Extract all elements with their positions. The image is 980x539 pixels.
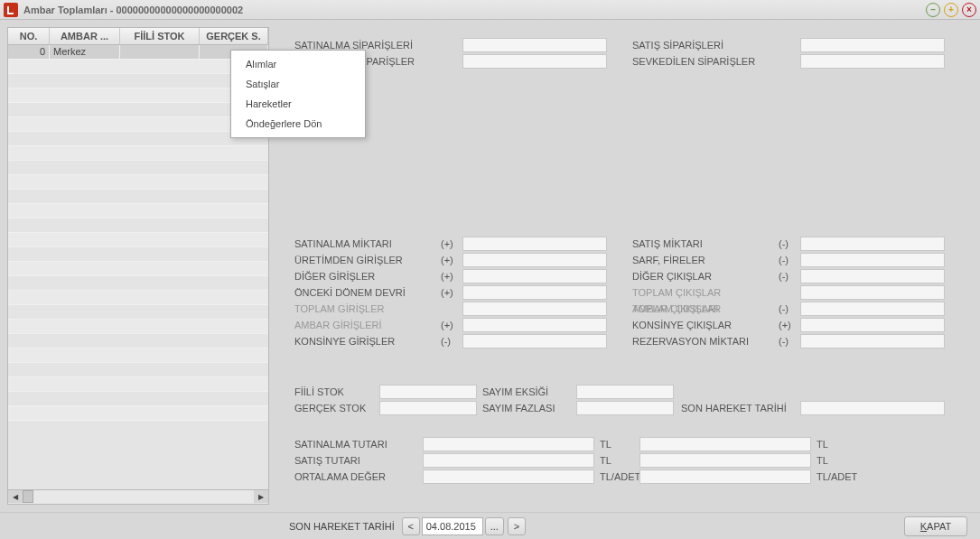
input-ambar-giris[interactable]	[462, 318, 607, 332]
table-row[interactable]	[8, 146, 268, 161]
date-input[interactable]	[422, 517, 483, 535]
input-ortalama-1[interactable]	[423, 469, 594, 484]
table-row[interactable]	[8, 406, 268, 421]
label-satinalma-tutar: SATINALMA TUTARI	[294, 439, 387, 450]
detail-panel: SATINALMA SİPARİŞLERİ SATIŞ SİPARİŞLERİ …	[278, 27, 973, 505]
label-konsinye-cikis: KONSİNYE ÇIKIŞLAR	[632, 320, 732, 330]
label-sevk-siparis: SEVKEDİLEN SİPARİŞLER	[632, 56, 755, 67]
label-uretim-giris: ÜRETİMDEN GİRİŞLER	[294, 255, 403, 265]
input-rezerv-miktar[interactable]	[800, 334, 945, 348]
menu-hareketler[interactable]: Hareketler	[231, 94, 365, 114]
col-gercek[interactable]: GERÇEK S.	[200, 28, 268, 44]
input-satinalma-miktar[interactable]	[462, 237, 607, 251]
footer: SON HAREKET TARİHİ < ... > KAPAT	[0, 512, 980, 539]
table-row[interactable]	[8, 247, 268, 262]
input-toplam-giris[interactable]	[462, 302, 607, 316]
input-satinalma-tutar-1[interactable]	[423, 437, 594, 451]
label-son-hareket: SON HAREKET TARİHİ	[681, 403, 787, 414]
label-diger-cikis: DİĞER ÇIKIŞLAR	[632, 271, 712, 282]
input-satis-siparis[interactable]	[800, 38, 945, 52]
table-row[interactable]	[8, 74, 268, 88]
maximize-button[interactable]: +	[944, 3, 958, 17]
input-ortalama-2[interactable]	[639, 469, 811, 484]
input-satis-tutar-1[interactable]	[423, 453, 594, 468]
close-window-button[interactable]: ×	[962, 3, 976, 17]
label-ortalama: ORTALAMA DEĞER	[294, 471, 386, 482]
col-no[interactable]: NO.	[8, 28, 50, 44]
col-fiili[interactable]: FİİLİ STOK	[120, 28, 200, 44]
label-satinalma-miktar: SATINALMA MİKTARI	[294, 238, 392, 249]
label-satis-miktar: SATIŞ MİKTARI	[632, 238, 703, 249]
input-sarf-fire[interactable]	[800, 253, 945, 267]
input-uretim-giris[interactable]	[462, 253, 607, 267]
next-date-button[interactable]: >	[508, 517, 526, 535]
label-sayim-eksik: SAYIM EKSİĞİ	[482, 386, 548, 397]
close-button[interactable]: KAPAT	[904, 516, 967, 536]
table-row[interactable]	[8, 392, 268, 406]
table-row[interactable]	[8, 204, 268, 218]
window-title: Ambar Toplamları - 000000000000000000000…	[23, 5, 926, 15]
input-satinalma-tutar-2[interactable]	[639, 437, 811, 451]
table-row[interactable]	[8, 161, 268, 175]
date-picker-button[interactable]: ...	[485, 517, 504, 535]
input-toplam-cikis2[interactable]	[800, 285, 945, 300]
input-diger-cikis[interactable]	[800, 269, 945, 283]
input-alinan-siparis[interactable]	[462, 54, 607, 69]
table-row[interactable]	[8, 132, 268, 146]
input-sayim-fazla[interactable]	[576, 401, 674, 415]
footer-date-label: SON HAREKET TARİHİ	[289, 521, 395, 532]
table-row[interactable]	[8, 175, 268, 190]
input-sevk-siparis[interactable]	[800, 54, 945, 69]
table-row[interactable]	[8, 348, 268, 363]
prev-date-button[interactable]: <	[402, 517, 420, 535]
scroll-thumb[interactable]	[23, 490, 33, 503]
titlebar: Ambar Toplamları - 000000000000000000000…	[0, 0, 980, 20]
table-row[interactable]	[8, 334, 268, 348]
table-row[interactable]	[8, 363, 268, 377]
horizontal-scrollbar[interactable]: ◀ ▶	[7, 490, 269, 505]
table-row[interactable]: 0 Merkez	[8, 45, 268, 60]
table-row[interactable]	[8, 233, 268, 247]
scroll-right-button[interactable]: ▶	[254, 490, 268, 503]
input-sayim-eksik[interactable]	[576, 385, 674, 399]
label-sarf-fire: SARF, FİRELER	[632, 255, 705, 265]
table-row[interactable]	[8, 88, 268, 103]
table-row[interactable]	[8, 262, 268, 276]
label-satis-siparis: SATIŞ SİPARİŞLERİ	[632, 40, 723, 51]
table-row[interactable]	[8, 60, 268, 74]
table-row[interactable]	[8, 190, 268, 204]
label-konsinye-giris: KONSİNYE GİRİŞLER	[294, 336, 395, 347]
input-son-hareket[interactable]	[800, 401, 945, 415]
table-row[interactable]	[8, 117, 268, 132]
col-ambar[interactable]: AMBAR ...	[50, 28, 120, 44]
input-gercek-stok[interactable]	[379, 401, 477, 415]
context-menu: Alımlar Satışlar Hareketler Öndeğerlere …	[230, 50, 366, 138]
input-diger-giris[interactable]	[462, 269, 607, 283]
input-fiili-stok[interactable]	[379, 385, 477, 399]
table-row[interactable]	[8, 218, 268, 233]
label-satis-tutar: SATIŞ TUTARI	[294, 455, 360, 466]
table-row[interactable]	[8, 377, 268, 392]
app-icon	[4, 3, 18, 17]
table-row[interactable]	[8, 291, 268, 305]
label-gercek-stok: GERÇEK STOK	[294, 403, 366, 414]
input-satinalma-siparis[interactable]	[462, 38, 607, 52]
label-toplam-cikis2: TOPLAM ÇIKIŞLAR	[632, 287, 721, 298]
menu-satislar[interactable]: Satışlar	[231, 74, 365, 94]
input-ambar-cikis[interactable]	[800, 302, 945, 316]
menu-alimlar[interactable]: Alımlar	[231, 54, 365, 74]
table-row[interactable]	[8, 320, 268, 334]
scroll-left-button[interactable]: ◀	[8, 490, 23, 503]
input-konsinye-cikis[interactable]	[800, 318, 945, 332]
table-row[interactable]	[8, 103, 268, 117]
input-satis-tutar-2[interactable]	[639, 453, 811, 468]
label-sayim-fazla: SAYIM FAZLASI	[482, 403, 555, 414]
input-onceki-donem[interactable]	[462, 285, 607, 300]
input-konsinye-giris[interactable]	[462, 334, 607, 348]
label-diger-giris: DİĞER GİRİŞLER	[294, 271, 375, 282]
table-row[interactable]	[8, 305, 268, 320]
menu-reset-defaults[interactable]: Öndeğerlere Dön	[231, 114, 365, 134]
minimize-button[interactable]: –	[926, 3, 940, 17]
input-satis-miktar[interactable]	[800, 237, 945, 251]
table-row[interactable]	[8, 276, 268, 291]
